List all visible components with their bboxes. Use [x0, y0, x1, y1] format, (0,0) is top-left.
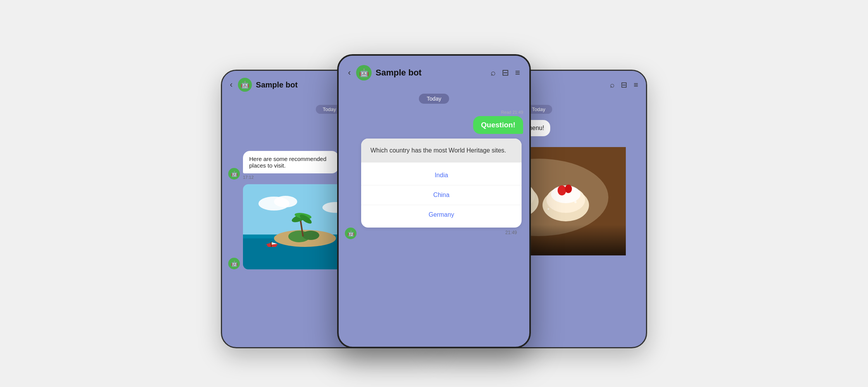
- search-icon-center[interactable]: ⌕: [491, 68, 496, 78]
- showcase-scene: ‹ 🤖 Sample bot ⌕ ⊟ ≡ Today Read 17:12 re…: [221, 35, 647, 352]
- card-time: 21:49: [360, 228, 523, 239]
- outgoing-wrapper-center: Read 21:49 Question!: [345, 110, 523, 134]
- bot-avatar-small-left: 🤖: [228, 168, 240, 180]
- svg-point-2: [274, 196, 297, 207]
- bot-avatar-center: 🤖: [356, 65, 372, 80]
- search-icon-right[interactable]: ⌕: [610, 80, 615, 89]
- svg-point-31: [574, 201, 577, 203]
- question-header: Which country has the most World Heritag…: [361, 139, 522, 163]
- svg-point-8: [302, 231, 319, 240]
- svg-point-27: [565, 185, 572, 193]
- header-icons-right: ⌕ ⊟ ≡: [610, 80, 638, 89]
- question-options: India China Germany: [361, 163, 522, 228]
- phone-center: ‹ 🤖 Sample bot ⌕ ⊟ ≡ Today Read 21:49 Qu…: [337, 54, 531, 348]
- question-card-wrapper: Which country has the most World Heritag…: [360, 139, 523, 239]
- question-card: Which country has the most World Heritag…: [361, 139, 522, 228]
- option-india[interactable]: India: [361, 166, 522, 185]
- svg-rect-13: [271, 241, 272, 247]
- doc-icon-center[interactable]: ⊟: [502, 68, 509, 78]
- question-card-row: 🤖 Which country has the most World Herit…: [345, 139, 523, 239]
- back-icon-center[interactable]: ‹: [348, 68, 351, 78]
- header-icons-center: ⌕ ⊟ ≡: [491, 68, 520, 78]
- menu-icon-right[interactable]: ≡: [634, 80, 638, 89]
- read-meta-center: Read 21:49: [501, 110, 523, 115]
- option-china[interactable]: China: [361, 185, 522, 205]
- center-chat-area: Today Read 21:49 Question! 🤖 Which count…: [339, 87, 529, 245]
- outgoing-bubble-center: Question!: [473, 116, 523, 134]
- bot-avatar-small-left-2: 🤖: [228, 258, 240, 269]
- menu-icon-center[interactable]: ≡: [515, 68, 520, 78]
- svg-point-30: [548, 208, 549, 210]
- svg-point-26: [558, 185, 566, 195]
- option-germany[interactable]: Germany: [361, 205, 522, 224]
- bot-name-center: Sample bot: [375, 68, 487, 78]
- center-header: ‹ 🤖 Sample bot ⌕ ⊟ ≡: [339, 56, 529, 87]
- date-badge-center: Today: [419, 94, 449, 104]
- bot-avatar-small-center: 🤖: [345, 228, 356, 239]
- doc-icon-right[interactable]: ⊟: [621, 80, 627, 89]
- back-icon-left[interactable]: ‹: [230, 80, 232, 90]
- bot-avatar-left: 🤖: [238, 78, 252, 92]
